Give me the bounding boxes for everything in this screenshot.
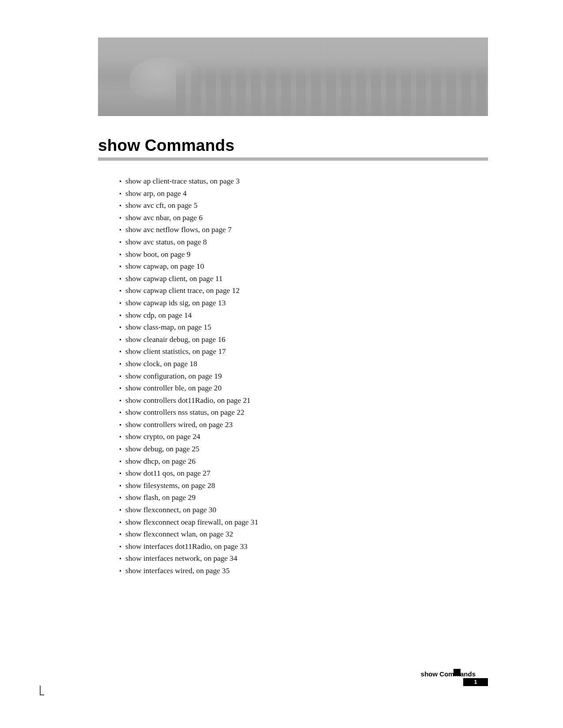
toc-entry[interactable]: •show capwap client trace, on page 12	[119, 285, 488, 297]
toc-entry[interactable]: •show dhcp, on page 26	[119, 456, 488, 468]
toc-entry[interactable]: •show filesystems, on page 28	[119, 480, 488, 492]
bullet-icon: •	[119, 395, 125, 407]
bullet-icon: •	[119, 529, 125, 541]
toc-entry-text: show interfaces dot11Radio, on page 33	[125, 541, 248, 553]
toc-entry-text: show capwap ids sig, on page 13	[125, 297, 226, 309]
toc-entry[interactable]: •show capwap, on page 10	[119, 261, 488, 273]
bullet-icon: •	[119, 274, 125, 285]
toc-entry[interactable]: •show avc nbar, on page 6	[119, 212, 488, 225]
toc-entry-text: show avc status, on page 8	[125, 236, 207, 248]
toc-entry-text: show capwap, on page 10	[125, 261, 204, 273]
toc-entry[interactable]: •show avc status, on page 8	[119, 236, 488, 249]
bullet-icon: •	[119, 334, 125, 346]
toc-entry[interactable]: •show avc netflow flows, on page 7	[119, 224, 488, 236]
toc-entry-text: show flash, on page 29	[125, 492, 196, 504]
toc-entry[interactable]: •show boot, on page 9	[119, 249, 488, 261]
toc-entry-text: show dot11 qos, on page 27	[125, 468, 210, 480]
toc-entry[interactable]: •show interfaces wired, on page 35	[119, 565, 488, 578]
toc-entry[interactable]: •show flexconnect oeap firewall, on page…	[119, 517, 488, 529]
toc-entry[interactable]: •show interfaces network, on page 34	[119, 553, 488, 565]
crop-tick-icon	[40, 686, 44, 695]
toc-entry[interactable]: •show crypto, on page 24	[119, 431, 488, 443]
toc-entry[interactable]: •show flexconnect, on page 30	[119, 504, 488, 517]
bullet-icon: •	[119, 176, 125, 188]
toc-entry[interactable]: •show clock, on page 18	[119, 358, 488, 371]
toc-entry[interactable]: •show cdp, on page 14	[119, 310, 488, 322]
toc-entry[interactable]: •show capwap ids sig, on page 13	[119, 297, 488, 310]
bullet-icon: •	[119, 456, 125, 468]
table-of-contents: •show ap client-trace status, on page 3•…	[98, 176, 488, 578]
bullet-icon: •	[119, 261, 125, 273]
toc-entry-text: show clock, on page 18	[125, 358, 197, 370]
bullet-icon: •	[119, 346, 125, 358]
bullet-icon: •	[119, 285, 125, 297]
bullet-icon: •	[119, 225, 125, 236]
toc-entry-text: show ap client-trace status, on page 3	[125, 176, 240, 188]
toc-entry[interactable]: •show debug, on page 25	[119, 443, 488, 456]
toc-entry[interactable]: •show arp, on page 4	[119, 188, 488, 200]
toc-entry-text: show flexconnect oeap firewall, on page …	[125, 517, 258, 529]
bullet-icon: •	[119, 566, 125, 578]
bullet-icon: •	[119, 298, 125, 310]
footer-bar: 1	[40, 679, 488, 687]
toc-entry-text: show capwap client trace, on page 12	[125, 285, 240, 297]
page: show Commands •show ap client-trace stat…	[0, 0, 563, 728]
toc-entry[interactable]: •show ap client-trace status, on page 3	[119, 176, 488, 188]
toc-entry[interactable]: •show capwap client, on page 11	[119, 273, 488, 285]
toc-entry[interactable]: •show class-map, on page 15	[119, 322, 488, 334]
toc-entry-text: show boot, on page 9	[125, 249, 190, 261]
toc-entry-text: show controllers dot11Radio, on page 21	[125, 395, 251, 407]
bullet-icon: •	[119, 432, 125, 443]
bullet-icon: •	[119, 505, 125, 517]
toc-entry-text: show avc nbar, on page 6	[125, 212, 203, 224]
bullet-icon: •	[119, 468, 125, 480]
toc-entry[interactable]: •show configuration, on page 19	[119, 371, 488, 383]
bullet-icon: •	[119, 188, 125, 200]
bullet-icon: •	[119, 492, 125, 504]
toc-entry[interactable]: •show flexconnect wlan, on page 32	[119, 529, 488, 541]
toc-entry-text: show controllers wired, on page 23	[125, 419, 233, 431]
toc-entry-text: show capwap client, on page 11	[125, 273, 223, 285]
toc-entry[interactable]: •show controllers wired, on page 23	[119, 419, 488, 432]
toc-entry[interactable]: •show controllers nss status, on page 22	[119, 407, 488, 419]
bullet-icon: •	[119, 541, 125, 553]
toc-entry[interactable]: •show avc cft, on page 5	[119, 200, 488, 212]
bullet-icon: •	[119, 237, 125, 249]
footer-label: show Commands	[40, 670, 488, 678]
bullet-icon: •	[119, 407, 125, 419]
toc-entry-text: show interfaces network, on page 34	[125, 553, 237, 565]
toc-entry-text: show flexconnect, on page 30	[125, 504, 216, 516]
chapter-title: show Commands	[98, 136, 488, 155]
bullet-icon: •	[119, 213, 125, 225]
bullet-icon: •	[119, 553, 125, 565]
bullet-icon: •	[119, 249, 125, 261]
toc-entry[interactable]: •show dot11 qos, on page 27	[119, 468, 488, 480]
bullet-icon: •	[119, 200, 125, 212]
toc-entry[interactable]: •show controllers dot11Radio, on page 21	[119, 395, 488, 407]
page-number: 1	[463, 678, 488, 686]
toc-entry-text: show controller ble, on page 20	[125, 383, 222, 394]
toc-entry-text: show cleanair debug, on page 16	[125, 334, 226, 346]
page-footer: show Commands 1	[40, 670, 488, 687]
toc-entry-text: show class-map, on page 15	[125, 322, 211, 334]
toc-entry-text: show avc netflow flows, on page 7	[125, 224, 231, 236]
toc-entry-text: show arp, on page 4	[125, 188, 187, 200]
toc-entry[interactable]: •show interfaces dot11Radio, on page 33	[119, 541, 488, 553]
toc-entry[interactable]: •show controller ble, on page 20	[119, 383, 488, 395]
toc-entry-text: show interfaces wired, on page 35	[125, 565, 230, 577]
toc-entry[interactable]: •show flash, on page 29	[119, 492, 488, 504]
bullet-icon: •	[119, 310, 125, 322]
toc-entry-text: show crypto, on page 24	[125, 431, 200, 443]
toc-entry-text: show configuration, on page 19	[125, 371, 222, 383]
toc-entry-text: show cdp, on page 14	[125, 310, 192, 322]
toc-entry[interactable]: •show client statistics, on page 17	[119, 346, 488, 358]
bullet-icon: •	[119, 383, 125, 395]
bullet-icon: •	[119, 420, 125, 432]
toc-entry-text: show debug, on page 25	[125, 443, 200, 455]
bullet-icon: •	[119, 322, 125, 334]
toc-entry[interactable]: •show cleanair debug, on page 16	[119, 334, 488, 346]
toc-entry-text: show client statistics, on page 17	[125, 346, 226, 358]
toc-entry-text: show filesystems, on page 28	[125, 480, 215, 492]
footer-square-icon	[453, 669, 461, 676]
bullet-icon: •	[119, 517, 125, 529]
